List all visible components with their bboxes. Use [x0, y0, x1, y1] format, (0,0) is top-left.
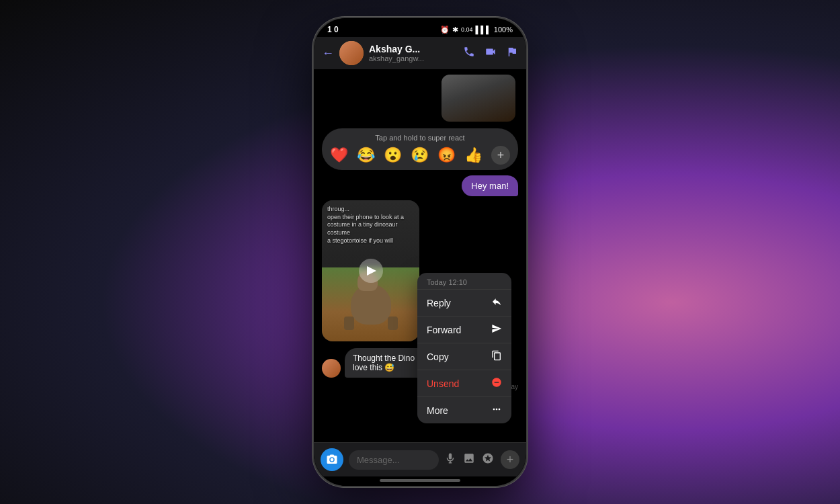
emoji-plus-button[interactable]: +: [491, 146, 510, 165]
context-unsend-label: Unsend: [427, 378, 459, 389]
camera-button[interactable]: [321, 448, 343, 471]
data-icon: 0.04: [461, 26, 473, 33]
header-icons: [463, 46, 518, 60]
phone-device: 1 0 ⏰ ✱ 0.04 ▌▌▌ 100% ← Akshay G... aksh…: [312, 17, 528, 487]
alarm-icon: ⏰: [440, 26, 450, 34]
home-indicator: [380, 479, 460, 482]
video-thumbnail-top: [442, 75, 515, 122]
context-reply-label: Reply: [427, 298, 451, 308]
reply-icon: [491, 296, 502, 309]
contact-handle: akshay_gangw...: [369, 54, 458, 62]
emoji-laugh[interactable]: 😂: [357, 148, 375, 163]
message-input-wrap[interactable]: Message...: [349, 450, 439, 470]
chat-header: ← Akshay G... akshay_gangw...: [314, 37, 526, 69]
flag-icon[interactable]: [506, 46, 518, 60]
image-icon[interactable]: [463, 452, 475, 468]
input-bar: Message... +: [314, 442, 526, 476]
input-icons: +: [444, 450, 519, 469]
back-button[interactable]: ←: [322, 46, 334, 60]
reaction-bar: Tap and hold to super react ❤️ 😂 😮 😢 😡 👍…: [322, 128, 518, 170]
sent-message-text: Hey man!: [471, 181, 509, 191]
avatar-image: [339, 41, 364, 65]
unsend-icon: [491, 377, 502, 390]
video-call-icon[interactable]: [485, 46, 497, 60]
status-right: ⏰ ✱ 0.04 ▌▌▌ 100%: [440, 26, 513, 34]
forward-icon: [491, 323, 502, 336]
context-more[interactable]: More: [417, 396, 511, 423]
video-message-area: throug...open their phone to look at aco…: [322, 200, 518, 341]
play-button[interactable]: [359, 259, 383, 283]
emoji-wow[interactable]: 😮: [384, 148, 402, 163]
context-reply[interactable]: Reply: [417, 289, 511, 316]
context-timestamp: Today 12:10: [417, 273, 511, 289]
emoji-angry[interactable]: 😡: [437, 148, 456, 163]
video-message[interactable]: throug...open their phone to look at aco…: [322, 200, 419, 341]
message-placeholder[interactable]: Message...: [357, 455, 431, 465]
chat-area: Tap and hold to super react ❤️ 😂 😮 😢 😡 👍…: [314, 69, 526, 486]
context-forward-label: Forward: [427, 325, 461, 335]
video-top-inner: [442, 75, 515, 122]
emoji-heart[interactable]: ❤️: [330, 148, 348, 163]
context-forward[interactable]: Forward: [417, 316, 511, 343]
context-copy-label: Copy: [427, 351, 449, 362]
emoji-thumbsup[interactable]: 👍: [464, 148, 482, 163]
bluetooth-icon: ✱: [452, 26, 458, 34]
contact-avatar: [339, 41, 364, 65]
battery-text: 100%: [494, 26, 513, 34]
reaction-emojis: ❤️ 😂 😮 😢 😡 👍 +: [330, 146, 510, 165]
contact-name: Akshay G...: [369, 44, 458, 54]
context-more-label: More: [427, 405, 448, 416]
mic-icon[interactable]: [444, 452, 456, 468]
reaction-hint: Tap and hold to super react: [330, 134, 510, 142]
sent-message: Hey man!: [462, 175, 518, 196]
more-icon: [491, 404, 502, 417]
copy-icon: [491, 350, 502, 363]
messages-container: Tap and hold to super react ❤️ 😂 😮 😢 😡 👍…: [314, 69, 526, 442]
signal-icon: ▌▌▌: [475, 26, 491, 34]
context-menu: Today 12:10 Reply Forward: [417, 273, 511, 423]
emoji-cry[interactable]: 😢: [411, 148, 429, 163]
context-copy[interactable]: Copy: [417, 343, 511, 370]
status-bar: 1 0 ⏰ ✱ 0.04 ▌▌▌ 100%: [314, 18, 526, 37]
call-icon[interactable]: [463, 46, 475, 60]
video-text: throug...open their phone to look at aco…: [327, 206, 414, 245]
phone-screen: 1 0 ⏰ ✱ 0.04 ▌▌▌ 100% ← Akshay G... aksh…: [314, 18, 526, 486]
video-inner: throug...open their phone to look at aco…: [322, 200, 419, 341]
context-unsend[interactable]: Unsend: [417, 370, 511, 396]
status-left: 1 0: [327, 25, 339, 34]
play-triangle-icon: [367, 266, 376, 276]
sender-avatar-small: [322, 359, 341, 378]
contact-info: Akshay G... akshay_gangw...: [369, 44, 458, 62]
plus-button[interactable]: +: [501, 450, 519, 469]
sticker-icon[interactable]: [482, 452, 494, 468]
